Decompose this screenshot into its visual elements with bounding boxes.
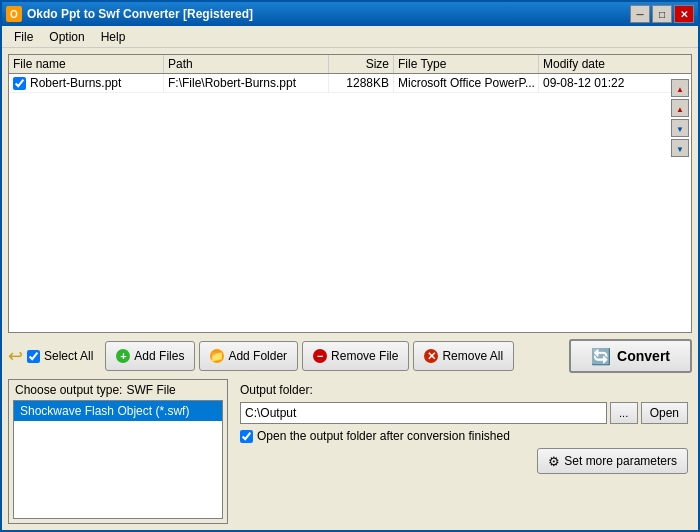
add-folder-label: Add Folder — [228, 349, 287, 363]
scroll-top-button[interactable] — [671, 79, 689, 97]
scroll-up-button[interactable] — [671, 99, 689, 117]
gear-icon: ⚙ — [548, 454, 560, 469]
open-after-label: Open the output folder after conversion … — [257, 429, 510, 443]
convert-button[interactable]: 🔄 Convert — [569, 339, 692, 373]
select-all-checkbox[interactable] — [27, 350, 40, 363]
add-files-label: Add Files — [134, 349, 184, 363]
add-files-icon: + — [116, 349, 130, 363]
open-folder-check-area: Open the output folder after conversion … — [240, 429, 688, 443]
select-all-label: Select All — [44, 349, 93, 363]
menu-help[interactable]: Help — [93, 28, 134, 46]
output-folder-row: ... Open — [240, 402, 688, 424]
cell-modify: 09-08-12 01:22 — [539, 74, 644, 92]
remove-file-button[interactable]: − Remove File — [302, 341, 409, 371]
maximize-button[interactable]: □ — [652, 5, 672, 23]
main-window: O Okdo Ppt to Swf Converter [Registered]… — [0, 0, 700, 532]
app-icon: O — [6, 6, 22, 22]
table-row[interactable]: Robert-Burns.ppt F:\File\Robert-Burns.pp… — [9, 74, 691, 93]
set-params-label: Set more parameters — [564, 454, 677, 468]
convert-label: Convert — [617, 348, 670, 364]
header-size: Size — [329, 55, 394, 73]
remove-all-icon: ✕ — [424, 349, 438, 363]
row-checkbox[interactable] — [13, 77, 26, 90]
main-content: File name Path Size File Type Modify dat… — [2, 48, 698, 530]
cell-filetype: Microsoft Office PowerP... — [394, 74, 539, 92]
output-folder-input[interactable] — [240, 402, 607, 424]
add-folder-button[interactable]: 📁 Add Folder — [199, 341, 298, 371]
remove-file-icon: − — [313, 349, 327, 363]
file-table-header: File name Path Size File Type Modify dat… — [9, 55, 691, 74]
remove-all-label: Remove All — [442, 349, 503, 363]
header-filename: File name — [9, 55, 164, 73]
file-list-container: File name Path Size File Type Modify dat… — [8, 54, 692, 333]
menu-option[interactable]: Option — [41, 28, 92, 46]
scroll-buttons — [671, 79, 689, 157]
toolbar-row: Select All + Add Files 📁 Add Folder − Re… — [8, 338, 692, 374]
output-type-list[interactable]: Shockwave Flash Object (*.swf) — [13, 400, 223, 519]
menu-bar: File Option Help — [2, 26, 698, 48]
output-type-label: Choose output type: — [15, 383, 122, 397]
header-modify: Modify date — [539, 55, 644, 73]
back-icon — [8, 345, 23, 367]
menu-file[interactable]: File — [6, 28, 41, 46]
title-buttons: ─ □ ✕ — [630, 5, 694, 23]
window-title: Okdo Ppt to Swf Converter [Registered] — [27, 7, 630, 21]
output-type-item-swf[interactable]: Shockwave Flash Object (*.swf) — [14, 401, 222, 421]
output-folder-panel: Output folder: ... Open Open the output … — [236, 379, 692, 524]
open-after-checkbox[interactable] — [240, 430, 253, 443]
file-table-body: Robert-Burns.ppt F:\File\Robert-Burns.pp… — [9, 74, 691, 332]
remove-all-button[interactable]: ✕ Remove All — [413, 341, 514, 371]
close-button[interactable]: ✕ — [674, 5, 694, 23]
scroll-bottom-button[interactable] — [671, 139, 689, 157]
header-path: Path — [164, 55, 329, 73]
remove-file-label: Remove File — [331, 349, 398, 363]
add-folder-icon: 📁 — [210, 349, 224, 363]
select-all-area: Select All — [8, 345, 93, 367]
minimize-button[interactable]: ─ — [630, 5, 650, 23]
output-type-header: Choose output type: SWF File — [9, 380, 227, 400]
title-bar: O Okdo Ppt to Swf Converter [Registered]… — [2, 2, 698, 26]
add-files-button[interactable]: + Add Files — [105, 341, 195, 371]
open-button[interactable]: Open — [641, 402, 688, 424]
convert-icon: 🔄 — [591, 347, 611, 366]
bottom-section: Choose output type: SWF File Shockwave F… — [8, 379, 692, 524]
cell-path: F:\File\Robert-Burns.ppt — [164, 74, 329, 92]
output-type-panel: Choose output type: SWF File Shockwave F… — [8, 379, 228, 524]
header-filetype: File Type — [394, 55, 539, 73]
output-folder-label: Output folder: — [240, 383, 688, 397]
cell-size: 1288KB — [329, 74, 394, 92]
set-params-button[interactable]: ⚙ Set more parameters — [537, 448, 688, 474]
scroll-down-button[interactable] — [671, 119, 689, 137]
output-type-value: SWF File — [126, 383, 175, 397]
filename-text: Robert-Burns.ppt — [30, 76, 121, 90]
browse-button[interactable]: ... — [610, 402, 638, 424]
cell-filename: Robert-Burns.ppt — [9, 74, 164, 92]
